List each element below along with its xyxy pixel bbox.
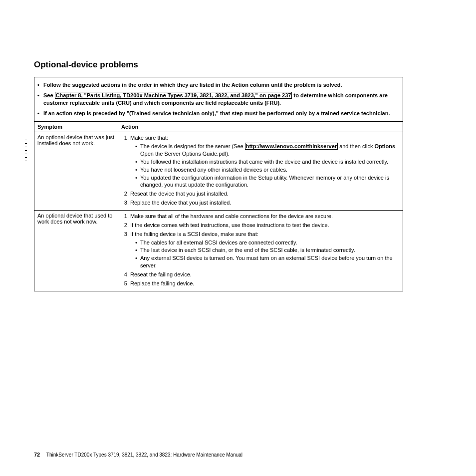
document-title: ThinkServer TD200x Types 3719, 3821, 382… bbox=[46, 452, 242, 458]
external-link[interactable]: http://www.lenovo.com/thinkserver bbox=[245, 143, 338, 150]
list-item: You updated the configuration informatio… bbox=[135, 174, 400, 189]
action-cell: Make sure that all of the hardware and c… bbox=[118, 210, 403, 291]
page-content: Optional-device problems Follow the sugg… bbox=[34, 60, 443, 291]
action-text: If the failing device is a SCSI device, … bbox=[130, 231, 258, 237]
note-text: See bbox=[43, 92, 55, 98]
column-header-symptom: Symptom bbox=[34, 122, 118, 132]
list-item: Any external SCSI device is turned on. Y… bbox=[135, 254, 400, 269]
action-text: and then click bbox=[338, 143, 374, 149]
column-header-action: Action bbox=[118, 122, 403, 132]
list-item: You have not loosened any other installe… bbox=[135, 166, 400, 174]
table-row: An optional device that used to work doe… bbox=[34, 210, 403, 291]
instruction-notes: Follow the suggested actions in the orde… bbox=[34, 77, 403, 121]
list-item: Replace the device that you just install… bbox=[130, 199, 400, 207]
table-header-row: Symptom Action bbox=[34, 122, 403, 132]
list-item: Replace the failing device. bbox=[130, 280, 400, 287]
section-heading: Optional-device problems bbox=[34, 60, 443, 70]
table-row: An optional device that was just install… bbox=[34, 132, 403, 211]
note-item: See Chapter 8, "Parts Listing, TD200x Ma… bbox=[37, 92, 398, 107]
list-item: If the device comes with test instructio… bbox=[130, 222, 400, 229]
revision-change-bars bbox=[25, 140, 27, 162]
action-text: The device is designed for the server (S… bbox=[140, 143, 245, 149]
list-item: Reseat the failing device. bbox=[130, 271, 400, 278]
action-bold: Options bbox=[374, 143, 395, 149]
list-item: The cables for all external SCSI devices… bbox=[135, 239, 400, 246]
symptom-cell: An optional device that was just install… bbox=[34, 132, 118, 211]
list-item: If the failing device is a SCSI device, … bbox=[130, 231, 400, 269]
troubleshooting-table: Symptom Action An optional device that w… bbox=[34, 121, 403, 291]
page-number: 72 bbox=[34, 452, 40, 458]
cross-reference-link[interactable]: Chapter 8, "Parts Listing, TD200x Machin… bbox=[55, 92, 292, 99]
action-text: Make sure that: bbox=[130, 135, 168, 141]
list-item: The last device in each SCSI chain, or t… bbox=[135, 246, 400, 254]
action-cell: Make sure that: The device is designed f… bbox=[118, 132, 403, 211]
list-item: Make sure that: The device is designed f… bbox=[130, 134, 400, 189]
note-item: Follow the suggested actions in the orde… bbox=[37, 81, 398, 89]
symptom-cell: An optional device that used to work doe… bbox=[34, 210, 118, 291]
list-item: The device is designed for the server (S… bbox=[135, 143, 400, 158]
list-item: Make sure that all of the hardware and c… bbox=[130, 213, 400, 220]
note-item: If an action step is preceded by "(Train… bbox=[37, 110, 398, 117]
list-item: You followed the installation instructio… bbox=[135, 158, 400, 166]
page-footer: 72 ThinkServer TD200x Types 3719, 3821, … bbox=[34, 452, 242, 458]
list-item: Reseat the device that you just installe… bbox=[130, 190, 400, 198]
